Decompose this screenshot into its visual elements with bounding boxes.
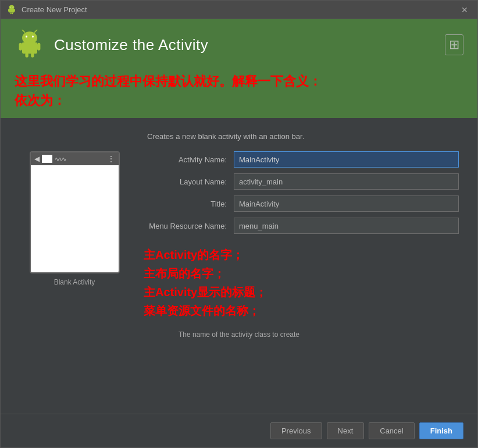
annotation-bottom-line4: 菜单资源文件的名称； <box>144 301 459 320</box>
menu-resource-row: Menu Resource Name: <box>144 218 459 234</box>
next-button[interactable]: Next <box>327 422 365 439</box>
header-banner: Customize the Activity ⊞ <box>1 19 477 70</box>
svg-rect-5 <box>14 9 15 12</box>
android-small-icon <box>6 5 17 15</box>
description-text: Creates a new blank activity with an act… <box>147 132 459 141</box>
svg-rect-14 <box>19 43 22 51</box>
form-panel: Activity Name: Layout Name: Title: Menu … <box>144 151 459 320</box>
phone-preview: ◀ ∿∿∿ ⋮ <box>30 151 120 273</box>
header-left: Customize the Activity <box>15 30 208 60</box>
preview-label: Blank Activity <box>54 278 95 286</box>
annotation-bottom-line2: 主布局的名字； <box>144 264 459 283</box>
annotation-bottom: 主Activity的名字； 主布局的名字； 主Activity显示的标题； 菜单… <box>144 246 459 320</box>
svg-point-1 <box>10 6 10 7</box>
svg-rect-17 <box>31 53 34 58</box>
content-row: ◀ ∿∿∿ ⋮ Blank Activity Activity Name: <box>19 151 459 320</box>
hint-text: The name of the activity class to create <box>19 330 459 339</box>
previous-button[interactable]: Previous <box>270 422 322 439</box>
title-bar-left: Create New Project <box>6 5 87 15</box>
activity-name-row: Activity Name: <box>144 151 459 168</box>
main-content: Creates a new blank activity with an act… <box>1 118 477 414</box>
screen-icon <box>42 155 52 163</box>
svg-line-11 <box>22 30 24 32</box>
menu-resource-input[interactable] <box>234 218 459 234</box>
svg-point-8 <box>22 31 37 44</box>
svg-rect-6 <box>10 12 12 14</box>
layout-name-row: Layout Name: <box>144 173 459 190</box>
annotation-line2: 依次为： <box>15 91 463 110</box>
annotation-top: 这里我们学习的过程中保持默认就好。解释一下含义： 依次为： <box>1 70 477 118</box>
layout-name-input[interactable] <box>234 173 459 190</box>
title-input[interactable] <box>234 195 459 212</box>
android-logo-icon <box>15 30 45 60</box>
menu-dots-icon: ⋮ <box>107 154 115 163</box>
window-title: Create New Project <box>22 5 87 14</box>
layout-view-icon: ⊞ <box>445 34 463 55</box>
cancel-button[interactable]: Cancel <box>369 422 414 439</box>
phone-screen <box>31 165 119 272</box>
annotation-bottom-line1: 主Activity的名字； <box>144 246 459 264</box>
annotation-line1: 这里我们学习的过程中保持默认就好。解释一下含义： <box>15 72 463 91</box>
svg-point-10 <box>32 35 34 37</box>
svg-rect-16 <box>25 53 28 58</box>
title-bar: Create New Project ✕ <box>1 1 477 19</box>
layout-name-label: Layout Name: <box>144 177 234 186</box>
title-row: Title: <box>144 195 459 212</box>
svg-point-2 <box>13 6 13 7</box>
close-button[interactable]: ✕ <box>458 4 472 16</box>
phone-top-bar: ◀ ∿∿∿ ⋮ <box>31 152 119 165</box>
svg-rect-4 <box>8 9 9 12</box>
menu-resource-label: Menu Resource Name: <box>144 222 234 230</box>
activity-name-label: Activity Name: <box>144 155 234 164</box>
back-arrow-icon: ◀ <box>34 155 40 163</box>
preview-panel: ◀ ∿∿∿ ⋮ Blank Activity <box>19 151 130 286</box>
page-title: Customize the Activity <box>54 36 208 54</box>
svg-rect-7 <box>12 12 13 14</box>
svg-rect-15 <box>37 43 40 51</box>
finish-button[interactable]: Finish <box>419 422 463 439</box>
wavy-icon: ∿∿∿ <box>55 156 65 162</box>
main-window: Create New Project ✕ Customize the Activ… <box>0 0 478 448</box>
annotation-bottom-line3: 主Activity显示的标题； <box>144 283 459 301</box>
svg-rect-3 <box>9 8 15 12</box>
svg-line-12 <box>35 30 37 32</box>
footer: Previous Next Cancel Finish <box>1 414 477 447</box>
activity-name-input[interactable] <box>234 151 459 168</box>
title-label: Title: <box>144 200 234 208</box>
svg-rect-13 <box>22 42 37 54</box>
svg-point-9 <box>26 35 27 37</box>
phone-top-bar-left: ◀ ∿∿∿ <box>34 155 65 163</box>
